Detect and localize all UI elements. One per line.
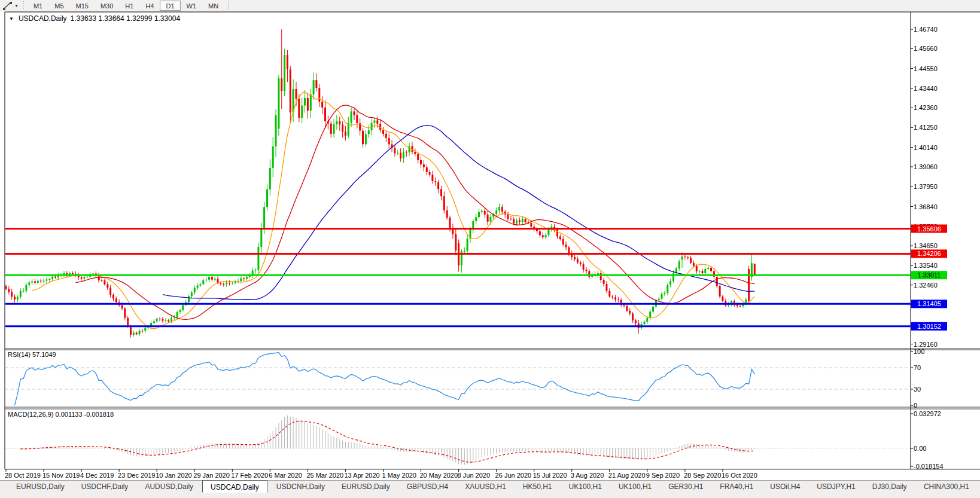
svg-text:15 Nov 2019: 15 Nov 2019: [42, 472, 80, 479]
tab-dj30-daily[interactable]: DJ30,Daily: [865, 481, 915, 493]
macd-indicator-label: MACD(12,26,9) 0.001133 -0.001818: [8, 411, 114, 418]
rsi-indicator-label: RSI(14) 57.1049: [8, 351, 56, 358]
svg-text:1.32460: 1.32460: [914, 282, 938, 289]
svg-text:10 Jan 2020: 10 Jan 2020: [156, 472, 192, 479]
svg-text:0.00: 0.00: [914, 445, 926, 452]
tab-china300-h1[interactable]: CHINA300,H1: [916, 481, 977, 493]
svg-text:25 Mar 2020: 25 Mar 2020: [306, 472, 343, 479]
svg-text:23 Dec 2019: 23 Dec 2019: [118, 472, 155, 479]
toolbar-separator: [228, 1, 229, 10]
tab-hk50-h1[interactable]: HK50,H1: [515, 481, 560, 493]
svg-text:1.30152: 1.30152: [917, 323, 941, 330]
svg-text:1.34206: 1.34206: [917, 250, 941, 257]
rsi-line: [15, 353, 755, 405]
chevron-down-icon: ▼: [14, 4, 19, 8]
tab-ger30-h1[interactable]: GER30,H1: [661, 481, 711, 493]
ma-25-line: [75, 105, 754, 319]
timeframe-button-h4[interactable]: H4: [139, 1, 160, 11]
timeframe-button-w1[interactable]: W1: [181, 1, 203, 11]
svg-text:20 May 2020: 20 May 2020: [420, 472, 458, 479]
svg-text:8 Jun 2020: 8 Jun 2020: [458, 472, 490, 479]
timeframe-button-m15[interactable]: M15: [70, 1, 95, 11]
svg-text:28 Sep 2020: 28 Sep 2020: [684, 472, 721, 479]
svg-text:17 Feb 2020: 17 Feb 2020: [231, 472, 268, 479]
svg-text:1.44550: 1.44550: [914, 65, 938, 72]
symbol-dropdown-icon[interactable]: ▼: [9, 16, 14, 22]
timeframe-button-mn[interactable]: MN: [202, 1, 224, 11]
svg-text:4 Dec 2019: 4 Dec 2019: [80, 472, 114, 479]
svg-text:1.36840: 1.36840: [914, 203, 938, 210]
svg-text:9 Sep 2020: 9 Sep 2020: [646, 472, 680, 479]
ma-55-line: [163, 126, 754, 300]
chart-tabs: EURUSD,DailyUSDCHF,DailyAUDUSD,DailyUSDC…: [0, 481, 980, 493]
svg-text:1.43440: 1.43440: [914, 85, 938, 92]
svg-text:0.032972: 0.032972: [914, 410, 941, 417]
chart-ohlc-values: 1.33633 1.33664 1.32999 1.33004: [71, 14, 181, 23]
tab-usdchf-daily[interactable]: USDCHF,Daily: [74, 481, 136, 493]
svg-text:15 Jul 2020: 15 Jul 2020: [533, 472, 567, 479]
drawing-tool-button[interactable]: ▼: [0, 0, 21, 11]
ma-10-line: [32, 91, 755, 329]
tab-fra40-h1[interactable]: FRA40,H1: [712, 481, 761, 493]
price-axis: 1.467401.456601.445501.434401.423601.412…: [911, 26, 947, 348]
tab-usdcad-daily[interactable]: USDCAD,Daily: [202, 480, 267, 493]
timeframe-button-m5[interactable]: M5: [48, 1, 69, 11]
chart-tab-bar: EURUSD,DailyUSDCHF,DailyAUDUSD,DailyUSDC…: [0, 480, 980, 498]
chart-title: ▼ USDCAD,Daily 1.33633 1.33664 1.32999 1…: [9, 14, 180, 23]
tab-audusd-daily[interactable]: AUDUSD,Daily: [137, 481, 201, 493]
svg-text:1.35606: 1.35606: [917, 225, 941, 233]
tab-eurusd-daily[interactable]: EURUSD,Daily: [8, 481, 72, 493]
svg-text:26 Jun 2020: 26 Jun 2020: [495, 472, 532, 479]
tab-uk100-h1[interactable]: UK100,H1: [561, 481, 610, 493]
chart-canvas[interactable]: 1.467401.456601.445501.434401.423601.412…: [0, 0, 980, 498]
tab-xauusd-h1[interactable]: XAUUSD,H1: [457, 481, 514, 493]
svg-text:1.45660: 1.45660: [914, 45, 938, 52]
macd-histogram: [20, 415, 754, 465]
svg-text:1.33011: 1.33011: [918, 271, 941, 279]
svg-text:1 May 2020: 1 May 2020: [382, 472, 416, 479]
svg-text:30: 30: [914, 386, 921, 393]
svg-text:28 Oct 2019: 28 Oct 2019: [5, 472, 41, 479]
tab-uk100-h1[interactable]: UK100,H1: [611, 481, 659, 493]
svg-text:16 Oct 2020: 16 Oct 2020: [722, 472, 757, 479]
svg-text:1.37950: 1.37950: [914, 183, 938, 190]
svg-text:1.31405: 1.31405: [917, 300, 941, 307]
timeframe-button-h1[interactable]: H1: [119, 1, 139, 11]
timeframe-button-m1[interactable]: M1: [28, 1, 48, 11]
top-toolbar: ▼ M1M5M15M30H1H4D1W1MN: [0, 0, 980, 11]
svg-text:-0.018154: -0.018154: [914, 463, 944, 470]
svg-text:29 Jan 2020: 29 Jan 2020: [193, 472, 230, 479]
svg-text:3 Aug 2020: 3 Aug 2020: [571, 472, 604, 479]
svg-text:1.39060: 1.39060: [914, 163, 938, 170]
toolbar-grip-handle[interactable]: [22, 1, 25, 10]
tab-eurusd-daily[interactable]: EURUSD,Daily: [334, 481, 398, 493]
svg-text:1.42360: 1.42360: [914, 104, 938, 111]
svg-text:1.33540: 1.33540: [914, 262, 938, 269]
svg-text:1.41250: 1.41250: [914, 124, 938, 131]
svg-text:1.34650: 1.34650: [914, 242, 938, 249]
svg-text:1.46740: 1.46740: [914, 26, 938, 33]
timeframe-button-d1[interactable]: D1: [160, 1, 180, 11]
timeframe-button-group: M1M5M15M30H1H4D1W1MN: [28, 1, 224, 11]
drawing-tool-icon: [2, 1, 13, 10]
svg-text:1.40140: 1.40140: [914, 144, 938, 151]
chart-symbol-label: USDCAD,Daily: [19, 14, 67, 23]
date-axis: 28 Oct 201915 Nov 20194 Dec 201923 Dec 2…: [5, 469, 757, 479]
svg-text:100: 100: [914, 348, 924, 355]
timeframe-button-m30[interactable]: M30: [95, 1, 119, 11]
rsi-axis: 10070300: [911, 348, 924, 409]
tab-usoil-h4[interactable]: USOil,H4: [762, 481, 808, 493]
svg-text:1.29160: 1.29160: [914, 341, 938, 348]
tab-usdcnh-daily[interactable]: USDCNH,Daily: [269, 481, 333, 493]
macd-axis: 0.0329720.00-0.018154: [911, 410, 944, 470]
tab-gbpusd-h4[interactable]: GBPUSD,H4: [399, 481, 456, 493]
tab-usdjpy-h1[interactable]: USDJPY,H1: [809, 481, 863, 493]
svg-text:13 Apr 2020: 13 Apr 2020: [344, 472, 379, 479]
svg-text:21 Aug 2020: 21 Aug 2020: [608, 472, 646, 479]
svg-text:0: 0: [914, 402, 917, 409]
svg-text:70: 70: [914, 364, 921, 371]
svg-text:6 Mar 2020: 6 Mar 2020: [269, 472, 302, 479]
